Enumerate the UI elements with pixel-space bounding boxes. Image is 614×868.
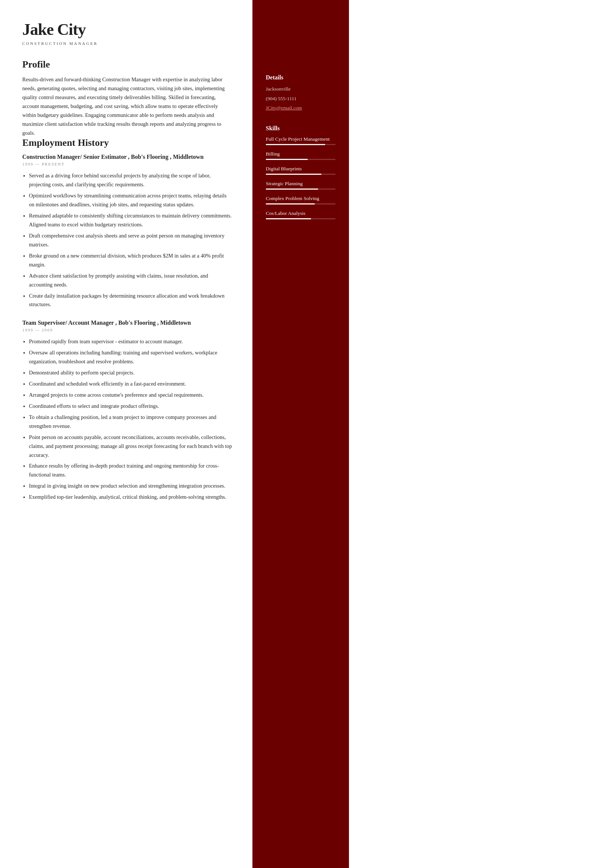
skill-bar-fill [266, 218, 311, 219]
skill-bar-bg [266, 189, 336, 190]
list-item: Served as a driving force behind success… [29, 172, 233, 189]
skill-bar-fill [266, 174, 321, 175]
list-item: Create daily installation packages by de… [29, 292, 233, 310]
skill-bar-fill [266, 144, 325, 145]
list-item: Promoted rapidly from team supervisor - … [29, 337, 233, 346]
skill-bar-bg [266, 174, 336, 175]
sidebar-skills: Skills Full Cycle Project Management Bil… [266, 125, 336, 219]
list-item: Broke ground on a new commercial divisio… [29, 252, 233, 270]
sidebar-email[interactable]: JCity@email.com [266, 105, 336, 111]
job-1: Construction Manager/ Senior Estimator ,… [22, 153, 233, 309]
skill-billing: Billing [266, 151, 336, 160]
resume-name: Jake City [22, 20, 233, 39]
skill-name: Digital Blueprints [266, 166, 336, 172]
job-1-dates: 1999 — PRESENT [22, 162, 233, 166]
skill-strategic-planning: Strategic Planning [266, 181, 336, 190]
skill-bar-bg [266, 144, 336, 145]
skill-bar-bg [266, 218, 336, 219]
employment-section: Employment History Construction Manager/… [22, 137, 233, 502]
list-item: Enhance results by offering in-depth pro… [29, 462, 233, 479]
skill-name: Billing [266, 151, 336, 157]
skill-digital-blueprints: Digital Blueprints [266, 166, 336, 175]
list-item: To obtain a challenging position, led a … [29, 413, 233, 431]
skill-bar-bg [266, 203, 336, 205]
skill-name: Cos/Labor Analysis [266, 211, 336, 216]
list-item: Oversaw all operations including handlin… [29, 349, 233, 366]
list-item: Exemplified top-tier leadership, analyti… [29, 493, 233, 502]
sidebar: Details Jacksonville (904) 555-1111 JCit… [253, 0, 349, 868]
list-item: Point person on accounts payable, accoun… [29, 433, 233, 460]
header-block: Jake City CONSTRUCTION MANAGER [22, 20, 233, 46]
skills-heading: Skills [266, 125, 336, 132]
profile-section: Profile Results-driven and forward-think… [22, 59, 233, 137]
job-2-dates: 1999 — 2009 [22, 328, 233, 332]
list-item: Draft comprehensive cost analysis sheets… [29, 232, 233, 250]
details-heading: Details [266, 74, 336, 81]
skill-complex-problem-solving: Complex Problem Solving [266, 195, 336, 205]
skill-name: Strategic Planning [266, 181, 336, 187]
job-2-bullets: Promoted rapidly from team supervisor - … [29, 337, 233, 502]
sidebar-phone: (904) 555-1111 [266, 95, 336, 102]
main-content: Jake City CONSTRUCTION MANAGER Profile R… [0, 0, 253, 868]
profile-heading: Profile [22, 59, 233, 70]
job-2: Team Supervisor/ Account Manager , Bob's… [22, 319, 233, 502]
list-item: Advance client satisfaction by promptly … [29, 272, 233, 290]
list-item: Coordinated efforts to select and integr… [29, 402, 233, 411]
skill-bar-fill [266, 189, 318, 190]
employment-heading: Employment History [22, 137, 233, 149]
skill-cos-labor-analysis: Cos/Labor Analysis [266, 211, 336, 219]
skill-name: Complex Problem Solving [266, 195, 336, 202]
list-item: Remained adaptable to consistently shift… [29, 212, 233, 229]
sidebar-city: Jacksonville [266, 85, 336, 93]
skill-full-cycle: Full Cycle Project Management [266, 136, 336, 145]
resume-title: CONSTRUCTION MANAGER [22, 41, 233, 46]
skill-bar-bg [266, 159, 336, 160]
job-2-title: Team Supervisor/ Account Manager , Bob's… [22, 319, 233, 326]
skill-name: Full Cycle Project Management [266, 136, 336, 142]
list-item: Optimized workflows by streamlining comm… [29, 192, 233, 209]
list-item: Demonstrated ability to perform special … [29, 369, 233, 377]
job-1-bullets: Served as a driving force behind success… [29, 172, 233, 309]
list-item: Integral in giving insight on new produc… [29, 482, 233, 491]
skill-bar-fill [266, 159, 308, 160]
sidebar-details: Details Jacksonville (904) 555-1111 JCit… [266, 74, 336, 111]
job-1-title: Construction Manager/ Senior Estimator ,… [22, 153, 233, 160]
skill-bar-fill [266, 203, 315, 205]
list-item: Coordinated and scheduled work efficient… [29, 380, 233, 389]
list-item: Arranged projects to come across costume… [29, 391, 233, 400]
profile-text: Results-driven and forward-thinking Cons… [22, 75, 233, 137]
